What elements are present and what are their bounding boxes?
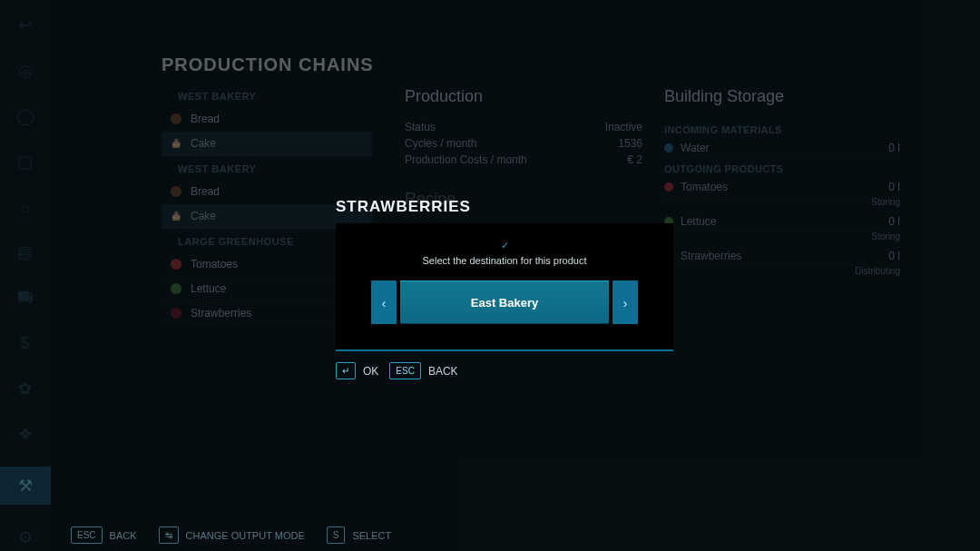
hint-label: SELECT [352,530,391,541]
esc-key-icon: ESC [389,362,421,379]
bottom-hint-bar: ESCBACK↹CHANGE OUTPUT MODESSELECT [71,526,391,544]
back-label: BACK [428,365,458,378]
modal-body: ✓ Select the destination for this produc… [336,223,673,351]
keycap-icon: ↹ [159,526,179,544]
modal-instruction: Select the destination for this product [358,255,652,266]
destination-selector: ‹ East Bakery › [358,280,652,324]
back-button[interactable]: ESC BACK [389,362,457,379]
keycap-icon: ESC [71,526,103,544]
checkmark-icon: ✓ [358,240,652,251]
destination-value[interactable]: East Bakery [400,280,609,324]
ok-button[interactable]: ↵ OK [336,362,378,379]
next-destination-button[interactable]: › [612,280,638,324]
modal-footer: ↵ OK ESC BACK [336,362,673,379]
hint-select[interactable]: SSELECT [327,526,391,544]
chevron-left-icon: ‹ [382,295,387,310]
modal-title: STRAWBERRIES [336,198,673,216]
hint-back[interactable]: ESCBACK [71,526,137,544]
enter-key-icon: ↵ [336,362,356,379]
keycap-icon: S [327,526,346,544]
hint-label: CHANGE OUTPUT MODE [186,530,305,541]
chevron-right-icon: › [623,295,628,310]
ok-label: OK [363,365,378,378]
hint-change-output-mode[interactable]: ↹CHANGE OUTPUT MODE [159,526,305,544]
hint-label: BACK [110,530,137,541]
prev-destination-button[interactable]: ‹ [371,280,397,324]
destination-modal: STRAWBERRIES ✓ Select the destination fo… [336,198,673,379]
